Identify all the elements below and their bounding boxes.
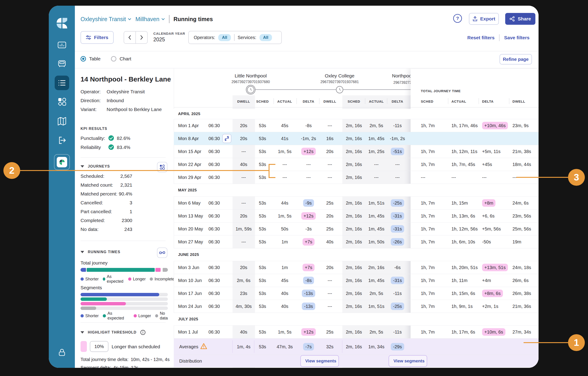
table-row[interactable]: Mon 1 Jul06:3040s53s1m, 5s+12s25s2m, 16s… [174, 326, 538, 339]
journey-stat-value: 3 [129, 200, 132, 206]
delta-chip: -9s [303, 199, 314, 207]
view-segments-button[interactable]: View segments [388, 355, 427, 367]
table-row[interactable]: Mon 13 May06:3020s53s1m, 5s+12s20s2m, 16… [174, 210, 538, 222]
table-cell: 53s [259, 149, 266, 154]
table-cell: 40s [281, 291, 288, 296]
table-cell: --- [327, 291, 332, 296]
total-bar-segment [163, 268, 168, 272]
route-detail-value: Inbound [107, 98, 124, 103]
refine-page-button[interactable]: Refine page [500, 54, 532, 65]
table-cell: 1m, 50s [368, 239, 384, 244]
legend-item: As expected [103, 274, 124, 284]
row-date: Mon 6 May [178, 200, 200, 206]
save-filters-link[interactable]: Save filters [504, 35, 529, 40]
table-cell: 2m, 16s [346, 330, 362, 335]
timing-point-icon[interactable] [246, 85, 256, 96]
export-button[interactable]: Export [469, 13, 499, 25]
table-cell: 20s [326, 149, 334, 154]
table-cell: 2m, 16s [346, 213, 362, 219]
table-cell: 20s [326, 213, 334, 219]
legend-dot-icon [81, 314, 84, 317]
check-icon [108, 144, 114, 150]
table-cell: -1m, 2s [301, 136, 316, 141]
chevron-right-icon [140, 35, 143, 40]
table-row[interactable]: Mon 3 Jun06:3020s53s1m+7s20s2m, 16s2m, 1… [174, 261, 538, 274]
avg-row: Averages1m, 4s53s47m, 3s-7s32s2m, 16s1m,… [174, 339, 538, 355]
filters-button[interactable]: Filters [81, 31, 114, 44]
services-label: Services: [238, 35, 256, 40]
table-row[interactable]: Mon 17 Jun06:3023s53s40s-13s---2m, 16s2m… [174, 287, 538, 300]
table-cell: 40s [281, 304, 288, 309]
averages-warning-icon[interactable] [200, 343, 207, 351]
threshold-percent-input[interactable]: 10% [90, 341, 108, 352]
row-departure-time: 06:30 [209, 149, 220, 154]
table-row[interactable]: Mon 24 Jun06:304m, 30s53s40s-13s---2m, 1… [174, 300, 538, 313]
journeys-section-header[interactable]: JOURNEYS [81, 164, 110, 168]
table-row[interactable]: Mon 20 May06:301m, 59s53s50s-3s25s2m, 16… [174, 222, 538, 235]
sidebar-item-timetables-selected[interactable] [55, 76, 69, 90]
calendar-year-value: 2025 [153, 37, 185, 43]
table-row[interactable]: Mon 10 Jun06:302m, 6s53s45s-8s---2m, 16s… [174, 274, 538, 287]
sidebar-item-map[interactable] [57, 116, 67, 126]
sidebar-item-signout[interactable] [57, 135, 67, 145]
highlight-threshold-header[interactable]: HIGHLIGHT THRESHOLD [81, 330, 146, 335]
table-cell: 44s [281, 200, 288, 206]
lock-icon[interactable] [57, 348, 66, 357]
stop-name: Little Northpool [235, 73, 267, 78]
month-section-label: MAY 2025 [178, 188, 197, 193]
legend-item: Shorter [81, 277, 99, 282]
next-period-button[interactable] [136, 32, 147, 43]
column-header: DWELL [237, 100, 250, 103]
timing-point-icon [336, 86, 344, 94]
table-cell: --- [327, 175, 332, 180]
table-cell: 1m, 51s [368, 200, 384, 206]
table-cell: 2m, 16s [346, 149, 362, 154]
journey-stat-value: 1 [129, 209, 132, 214]
delta-chip: -25s [391, 199, 404, 207]
previous-period-button[interactable] [124, 32, 136, 43]
radio-chart-icon[interactable] [111, 56, 116, 62]
row-date: Mon 20 May [178, 226, 203, 232]
share-button[interactable]: Share [505, 13, 535, 25]
timing-point-icon[interactable] [336, 86, 344, 94]
table-row[interactable]: Mon 15 Apr06:30---53s1m, 5s+12s20s2m, 16… [174, 145, 538, 158]
help-icon[interactable]: ? [452, 13, 462, 24]
journey-stat-label: Part cancelled: [81, 209, 112, 214]
sidebar-item-apps[interactable] [57, 97, 67, 107]
active-filters-summary[interactable]: Operators: All Services: All [188, 31, 282, 44]
header-bottom-border [411, 107, 538, 107]
running-times-link-button[interactable] [157, 247, 168, 258]
route-variant-button[interactable] [222, 134, 231, 143]
column-header: ACTUAL [277, 100, 292, 103]
breadcrumb-operator[interactable]: Oxleyshire Transit [81, 16, 131, 22]
sidebar-item-vehicles[interactable] [57, 59, 67, 68]
view-toggle-chart[interactable]: Chart [120, 56, 131, 62]
sidebar-item-app-switcher[interactable] [54, 154, 70, 170]
table-cell: 2m, 16s [346, 226, 362, 232]
column-header: DWELL [324, 100, 336, 103]
running-times-section-header[interactable]: RUNNING TIMES [81, 250, 120, 254]
table-cell: --- [327, 278, 332, 283]
radio-table-selected-icon [81, 56, 86, 62]
reset-filters-link[interactable]: Reset filters [467, 35, 494, 40]
table-cell: 2m, 16s [346, 162, 362, 167]
view-segments-button[interactable]: View segments [300, 355, 339, 367]
table-cell: -3s [305, 226, 312, 232]
segment-bar-fill [81, 302, 126, 305]
table-cell: 53s [259, 162, 266, 167]
delta-chip: -51s [391, 148, 404, 155]
table-row[interactable]: Mon 22 Apr06:3040s53s---------2m, 16s---… [174, 158, 538, 171]
callout-1-line [524, 342, 571, 343]
table-row[interactable]: Mon 29 Apr06:30---53s---------2m, 16s---… [174, 171, 538, 184]
view-toggle-table[interactable]: Table Chart [81, 56, 131, 62]
table-row[interactable]: Mon 1 Apr06:3020s53s45s-8s---2m, 16s2m, … [174, 119, 538, 132]
table-row[interactable]: Mon 27 May06:30---53s1m+7s40s2m, 16s1m, … [174, 235, 538, 248]
table-cell: 2m, 5s [369, 291, 383, 296]
row-date: Mon 13 May [178, 213, 203, 219]
table-row[interactable]: Mon 6 May06:30---53s44s-9s25s2m, 16s1m, … [174, 197, 538, 210]
breadcrumb-region[interactable]: Millhaven [136, 16, 165, 22]
table-row[interactable]: Mon 8 Apr06:3020s53s41s-1m, 2s16s2m, 16s… [174, 132, 538, 145]
sidebar-item-dashboard[interactable] [57, 40, 67, 50]
row-date: Mon 17 Jun [178, 291, 202, 296]
callout-2-badge: 2 [3, 162, 20, 179]
